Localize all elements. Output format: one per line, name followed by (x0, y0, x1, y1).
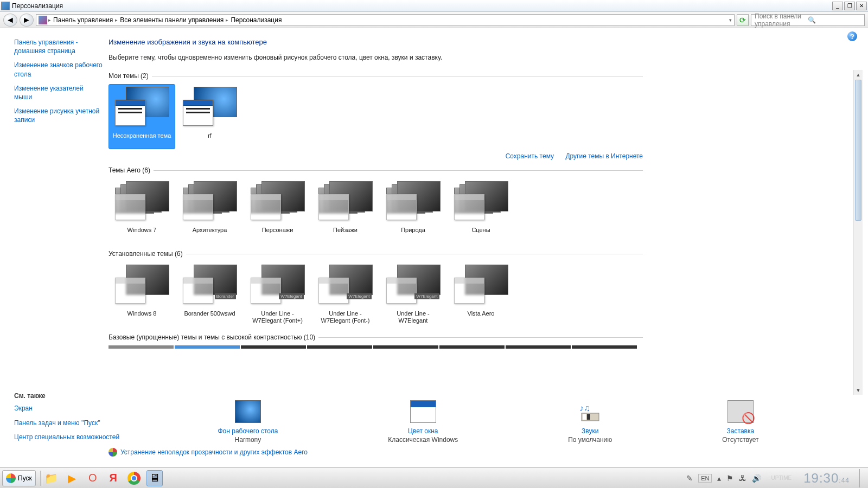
see-also-heading: См. также (14, 392, 108, 400)
theme-installed-3[interactable]: W7Elegant Under Line - W7Elegant (Font-) (312, 262, 379, 327)
help-icon[interactable]: ? (847, 31, 857, 41)
close-button[interactable]: ✕ (856, 2, 867, 10)
breadcrumb[interactable]: ▸ Панель управления ▸ Все элементы панел… (36, 14, 735, 26)
see-also-accessibility[interactable]: Центр специальных возможностей (14, 433, 108, 441)
scroll-down-icon[interactable]: ▼ (854, 386, 863, 395)
start-label: Пуск (18, 474, 32, 482)
sounds-link[interactable]: Звуки (568, 427, 612, 435)
window-title: Персонализация (12, 2, 832, 10)
search-input[interactable]: Поиск в панели управления 🔍 (751, 14, 865, 26)
crumb-control-panel[interactable]: Панель управления (51, 16, 115, 24)
scroll-up-icon[interactable]: ▲ (854, 70, 863, 79)
theme-my-0[interactable]: Несохраненная тема (108, 84, 175, 149)
tray-tablet-icon[interactable]: ✎ (686, 474, 693, 483)
tile-sounds[interactable]: ♪♫ Звуки По умолчанию (568, 400, 612, 444)
sidebar-link-pointers[interactable]: Изменение указателей мыши (14, 84, 103, 101)
theme-installed-2[interactable]: W7Elegant Under Line - W7Elegant (Font+) (244, 262, 311, 327)
vertical-scrollbar[interactable]: ▲ ▼ (853, 70, 863, 395)
theme-aero-5[interactable]: Сцены (448, 178, 514, 243)
see-also-taskbar[interactable]: Панель задач и меню ''Пуск'' (14, 419, 108, 427)
theme-installed-4[interactable]: W7Elegant Under Line - W7Elegant (380, 262, 446, 327)
more-themes-link[interactable]: Другие темы в Интернете (565, 152, 643, 160)
svg-text:♪♫: ♪♫ (579, 403, 590, 413)
tray-network-icon[interactable]: 🖧 (739, 474, 746, 483)
search-placeholder: Поиск в панели управления (755, 12, 808, 28)
restore-button[interactable]: ❐ (844, 2, 855, 10)
tile-screensaver[interactable]: Заставка Отсутствует (722, 400, 758, 444)
crumb-personalization[interactable]: Персонализация (228, 16, 284, 24)
tray-uptime-label: UPTIME (771, 476, 792, 481)
theme-aero-0[interactable]: Windows 7 (108, 178, 175, 243)
theme-installed-5[interactable]: Vista Aero (448, 262, 514, 327)
sidebar-link-account-picture[interactable]: Изменение рисунка учетной записи (14, 107, 103, 124)
see-also-block: См. также Экран Панель задач и меню ''Пу… (14, 392, 108, 447)
start-button[interactable]: Пуск (2, 470, 36, 486)
sidebar: Панель управления - домашняя страница Из… (0, 28, 108, 457)
taskbar-opera-icon[interactable]: O (85, 470, 101, 486)
sounds-value: По умолчанию (568, 436, 612, 444)
screensaver-value: Отсутствует (722, 436, 758, 444)
tray-flag-icon[interactable]: ⚑ (726, 474, 733, 483)
tray-volume-icon[interactable]: 🔊 (752, 474, 761, 483)
tray-clock[interactable]: 19:30:44 (803, 471, 850, 486)
window-color-icon (410, 400, 436, 423)
minimize-button[interactable]: _ (832, 2, 843, 10)
save-theme-link[interactable]: Сохранить тему (506, 152, 554, 160)
section-my-themes: Мои темы (2) (108, 72, 149, 80)
sidebar-link-home[interactable]: Панель управления - домашняя страница (14, 38, 103, 55)
breadcrumb-icon (39, 16, 47, 24)
bottom-options: Фон рабочего стола Harmony Цвет окна Кла… (108, 395, 868, 457)
refresh-button[interactable]: ⟳ (737, 14, 749, 26)
system-tray: ✎ EN ▴ ⚑ 🖧 🔊 UPTIME 19:30:44 (686, 469, 866, 487)
breadcrumb-dropdown-icon[interactable]: ▾ (729, 17, 732, 23)
page-subheading: Выберите тему, чтобы одновременно измени… (108, 54, 868, 61)
sounds-icon: ♪♫ (577, 400, 603, 423)
troubleshoot-aero-link[interactable]: Устранение неполадок прозрачности и друг… (120, 448, 308, 456)
back-button[interactable]: ◄ (3, 14, 17, 27)
taskbar-chrome-icon[interactable] (126, 470, 142, 486)
window-color-link[interactable]: Цвет окна (388, 427, 458, 435)
taskbar-yandex-icon[interactable]: Я (105, 470, 122, 486)
theme-installed-1[interactable]: Borander Borander 500wswd (176, 262, 243, 327)
screensaver-link[interactable]: Заставка (722, 427, 758, 435)
theme-aero-3[interactable]: Пейзажи (312, 178, 379, 243)
window-color-value: Классическая Windows (388, 436, 458, 444)
theme-aero-1[interactable]: Архитектура (176, 178, 243, 243)
svg-rect-3 (587, 414, 590, 420)
scroll-thumb[interactable] (855, 80, 861, 221)
theme-my-1[interactable]: rf (176, 84, 243, 149)
forward-button[interactable]: ► (20, 14, 34, 27)
screensaver-icon (727, 400, 754, 423)
taskbar: Пуск 📁 ▶ O Я 🖥 ✎ EN ▴ ⚑ 🖧 🔊 UPTIME 19:30… (0, 467, 868, 488)
section-basic-themes: Базовые (упрощенные) темы и темы с высок… (108, 333, 315, 341)
title-bar: Персонализация _ ❐ ✕ (0, 0, 868, 12)
theme-aero-2[interactable]: Персонажи (244, 178, 311, 243)
theme-installed-0[interactable]: Windows 8 (108, 262, 175, 327)
tray-language-indicator[interactable]: EN (698, 474, 712, 483)
search-icon: 🔍 (808, 16, 861, 24)
main-panel: ? Изменение изображения и звука на компь… (108, 28, 868, 457)
svg-rect-2 (583, 414, 586, 420)
see-also-display[interactable]: Экран (14, 404, 108, 413)
desktop-background-value: Harmony (218, 436, 278, 444)
basic-themes-peek (108, 345, 846, 349)
taskbar-media-player-icon[interactable]: ▶ (64, 470, 80, 486)
crumb-all-items[interactable]: Все элементы панели управления (118, 16, 226, 24)
desktop-background-icon (235, 400, 261, 423)
sidebar-link-desktop-icons[interactable]: Изменение значков рабочего стола (14, 61, 103, 78)
app-icon (1, 2, 10, 10)
page-heading: Изменение изображения и звука на компьют… (108, 38, 868, 46)
desktop-background-link[interactable]: Фон рабочего стола (218, 427, 278, 435)
taskbar-personalization-icon[interactable]: 🖥 (146, 470, 163, 486)
tray-show-hidden-icon[interactable]: ▴ (717, 474, 721, 483)
theme-aero-4[interactable]: Природа (380, 178, 446, 243)
shield-icon (108, 448, 117, 457)
nav-bar: ◄ ► ▸ Панель управления ▸ Все элементы п… (0, 12, 868, 28)
show-desktop-button[interactable] (859, 469, 866, 487)
tile-desktop-background[interactable]: Фон рабочего стола Harmony (218, 400, 278, 444)
section-aero-themes: Темы Aero (6) (108, 166, 150, 174)
section-installed-themes: Установленные темы (6) (108, 250, 183, 258)
windows-logo-icon (6, 473, 16, 483)
tile-window-color[interactable]: Цвет окна Классическая Windows (388, 400, 458, 444)
taskbar-explorer-icon[interactable]: 📁 (43, 470, 60, 486)
